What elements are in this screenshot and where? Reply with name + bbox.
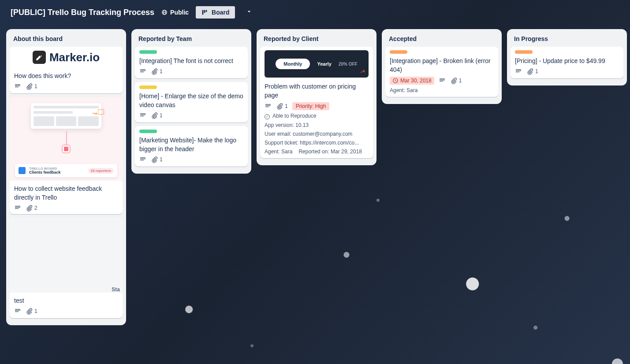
attachments-count: 1 [160,112,163,119]
attachments-badge: 1 [26,83,37,90]
list-accepted: Accepted [Integration page] - Broken lin… [382,29,502,104]
able-to-reproduce: ✓ Able to Reproduce [265,113,369,119]
board-title[interactable]: [PUBLIC] Trello Bug Tracking Process [11,8,154,17]
description-badge [139,68,146,75]
priority-high-badge: Priority: High [292,102,330,110]
list-title[interactable]: In Progress [511,33,623,47]
card-badges: 1 [14,83,118,90]
attachments-badge: 1 [526,68,538,75]
view-switcher-chevron[interactable] [242,5,256,19]
description-icon [515,68,522,75]
description-badge [139,156,146,163]
custom-field-reported-on: Reported on: Mar 29, 2018 [298,149,362,155]
attachments-count: 1 [459,78,462,84]
card-test[interactable]: Sta test 1 [10,218,123,318]
card-pricing-problem[interactable]: Monthly Yearly 20% OFF ➝ Problem with cu… [260,47,373,158]
lists-container: About this board Marker.io How does this… [0,25,630,330]
card-broken-link[interactable]: [Integration page] - Broken link (error … [385,47,498,97]
card-cover: Marker.io [10,47,123,68]
pricing-off: 20% OFF [339,62,358,67]
label-orange[interactable] [390,50,407,54]
description-icon [439,77,446,84]
attachments-badge: 1 [151,68,163,75]
card-pricing-update[interactable]: [Pricing] - Update price to $49.99 1 [511,47,623,78]
attachments-count: 1 [34,83,37,89]
marker-logo-text: Marker.io [49,51,100,64]
card-integration-font[interactable]: [Integration] The font is not correct 1 [135,47,248,78]
description-icon [14,204,21,212]
attachment-icon [276,103,283,110]
list-in-progress: In Progress [Pricing] - Update price to … [507,29,627,85]
pricing-yearly: Yearly [317,61,331,67]
description-badge [439,77,446,84]
label-orange[interactable] [515,50,533,54]
card-title: [Integration page] - Broken link (error … [390,56,494,74]
list-about-this-board: About this board Marker.io How does this… [6,29,126,325]
diagram-board-name: Clients feedback [29,171,61,175]
attachments-badge: 1 [151,112,163,119]
due-date-badge: Mar 30, 2018 [390,77,434,85]
attachments-badge: 1 [276,103,288,110]
attachments-count: 2 [34,205,37,211]
label-yellow[interactable] [139,85,157,89]
globe-icon [161,9,168,15]
card-marketing-logo[interactable]: [Marketing Website]- Make the logo bigge… [135,126,248,167]
custom-field-user-email: User email: customer@company.com [265,131,369,137]
card-cover: ↝ TRELLO BOARDClients feedback23 reporte… [10,97,123,181]
card-title: [Home] - Enlarge the size of the demo vi… [139,92,243,109]
description-icon [265,103,272,110]
description-badge [265,103,272,110]
marker-logo-icon [33,51,46,64]
custom-field-agent: Agent: Sara [390,87,494,93]
label-green[interactable] [139,130,157,133]
description-icon [14,83,21,90]
list-title[interactable]: About this board [10,33,123,47]
board-header: [PUBLIC] Trello Bug Tracking Process Pub… [0,0,630,25]
list-title[interactable]: Reported by Team [135,33,248,47]
card-title: Problem with customer on pricing page [265,82,369,100]
list-title[interactable]: Reported by Client [260,33,373,47]
custom-field-agent: Agent: Sara [265,149,292,155]
attachment-icon [151,112,158,119]
custom-field-app-version: App version: 10.13 [265,122,369,128]
chevron-down-icon [246,8,253,15]
card-title: [Pricing] - Update price to $49.99 [515,56,619,65]
attachments-badge: 2 [26,204,37,212]
label-green[interactable] [139,50,157,54]
description-icon [139,156,146,163]
attachment-icon [151,156,158,163]
list-reported-by-client: Reported by Client Monthly Yearly 20% OF… [257,29,377,165]
list-reported-by-team: Reported by Team [Integration] The font … [131,29,251,174]
attachment-icon [450,77,457,84]
card-badges: 2 [14,204,118,212]
description-badge [14,83,21,90]
description-badge [515,68,522,75]
cover-text: Sta [112,286,120,293]
description-badge [139,112,146,119]
board-view-label: Board [212,9,229,16]
description-icon [139,68,146,75]
board-view-button[interactable]: Board [196,6,235,19]
card-home-enlarge[interactable]: [Home] - Enlarge the size of the demo vi… [135,82,248,123]
description-icon [139,112,146,119]
card-how-does-this-work[interactable]: Marker.io How does this work? 1 [10,47,123,93]
card-title: test [14,296,118,305]
list-title[interactable]: Accepted [385,33,498,47]
visibility-button[interactable]: Public [161,9,189,16]
card-title: [Integration] The font is not correct [139,56,243,65]
description-badge [14,204,21,212]
description-icon [14,308,21,315]
card-cover: Sta [10,218,123,293]
attachments-badge: 1 [450,77,462,84]
attachments-badge: 1 [26,308,37,315]
attachments-count: 1 [160,68,163,74]
card-collect-feedback[interactable]: ↝ TRELLO BOARDClients feedback23 reporte… [10,97,123,214]
card-title: How does this work? [14,71,118,80]
diagram-reporters: 23 reporters [88,168,114,174]
annotation-arrow-icon: ➝ [358,67,366,76]
board-icon [201,9,208,16]
attachment-icon [526,68,533,75]
check-circle-icon: ✓ [265,114,270,119]
card-title: [Marketing Website]- Make the logo bigge… [139,136,243,153]
description-badge [14,308,21,315]
